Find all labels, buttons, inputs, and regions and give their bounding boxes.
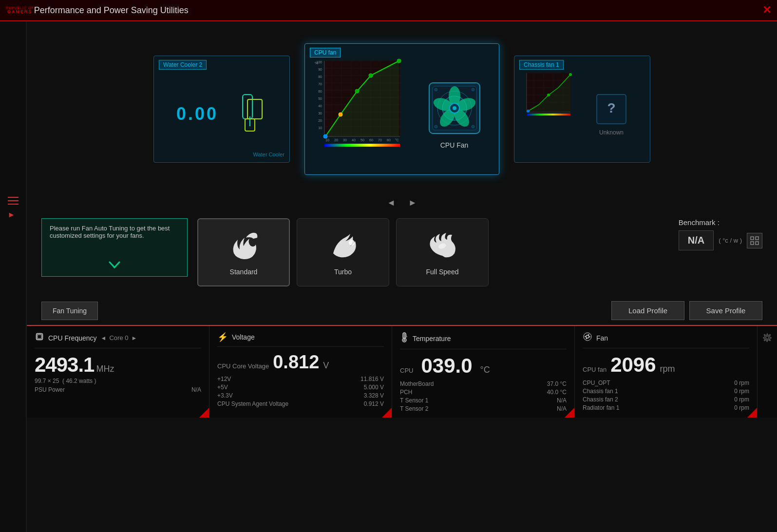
- mode-button-fullspeed[interactable]: Full Speed: [396, 218, 489, 286]
- svg-text:20: 20: [318, 119, 322, 122]
- fan-tune-chevron: [109, 260, 120, 271]
- svg-text:30: 30: [318, 112, 322, 115]
- red-corner-cpu: [199, 408, 209, 418]
- svg-rect-80: [527, 114, 570, 115]
- cpu-fan-speed-row: CPU fan 2096rpm: [583, 353, 749, 377]
- fan-cards-section: Water Cooler 2 0.00 Water Cooler CPU fan: [41, 31, 762, 187]
- core-label: Core 0: [109, 334, 128, 342]
- fan-tuning-button[interactable]: Fan Tuning: [41, 302, 98, 320]
- v33-label: +3.3V: [217, 392, 233, 399]
- cpu-temp-unit: °C: [480, 365, 490, 375]
- svg-text:10: 10: [325, 138, 329, 142]
- v5-value: 5.000 V: [364, 384, 384, 391]
- svg-text:70: 70: [318, 82, 322, 86]
- fan-tune-info: Please run Fan Auto Tuning to get the be…: [41, 218, 188, 277]
- fan-chart-area: 100 90 80 70 60 50 40 30 20 10 10: [312, 58, 410, 170]
- chassis-unknown-label: Unknown: [599, 129, 624, 136]
- svg-text:60: 60: [318, 90, 322, 93]
- psu-label: PSU Power: [35, 386, 65, 393]
- cpu-fan-speed-value: 2096: [610, 353, 656, 377]
- fan-panel: Fan CPU fan 2096rpm CPU_OPT 0 rpm Chassi…: [575, 326, 758, 418]
- cpu-core-unit: V: [323, 361, 329, 371]
- svg-text:60: 60: [369, 138, 373, 142]
- voltage-panel-header: ⚡ Voltage: [217, 332, 384, 347]
- svg-point-60: [453, 106, 456, 110]
- v12-label: +12V: [217, 376, 231, 382]
- chassis-chart-svg: [519, 71, 573, 119]
- fan-panel-icon: [583, 332, 592, 344]
- svg-rect-85: [751, 237, 754, 240]
- svg-point-77: [527, 110, 530, 113]
- svg-text:°C: °C: [395, 138, 399, 142]
- mode-fullspeed-label: Full Speed: [426, 268, 459, 276]
- svg-text:50: 50: [360, 138, 364, 142]
- chassis1-fan-value: 0 rpm: [734, 388, 749, 395]
- svg-rect-49: [324, 144, 400, 147]
- nav-prev-button[interactable]: ◄: [385, 197, 397, 209]
- water-cooler-title: Water Cooler 2: [159, 60, 207, 70]
- water-cooler-card[interactable]: Water Cooler 2 0.00 Water Cooler: [153, 56, 290, 163]
- cpu-frequency-display: 2493.1MHz: [35, 353, 201, 377]
- svg-text:80: 80: [318, 75, 322, 78]
- svg-rect-88: [756, 242, 758, 245]
- cpu-fan-label: CPU Fan: [440, 141, 469, 149]
- temp-panel-header: Temperature: [400, 332, 567, 349]
- svg-text:20: 20: [334, 138, 338, 142]
- mode-button-turbo[interactable]: Turbo: [297, 218, 389, 286]
- gear-icon: [762, 333, 772, 342]
- v5-label: +5V: [217, 384, 228, 391]
- cpu-temp-row: CPU 039.0°C: [400, 354, 567, 378]
- core-selector: ◄ Core 0 ►: [101, 334, 137, 342]
- svg-point-62: [472, 88, 474, 91]
- svg-text:40: 40: [318, 104, 322, 108]
- core-next-arrow[interactable]: ►: [132, 335, 137, 342]
- fan-row-chassis2: Chassis fan 2 0 rpm: [583, 396, 749, 403]
- svg-rect-87: [751, 242, 754, 245]
- svg-point-78: [547, 94, 550, 96]
- cpu-psu-row: PSU Power N/A: [35, 386, 201, 393]
- load-profile-button[interactable]: Load Profile: [611, 301, 684, 320]
- nav-next-button[interactable]: ►: [407, 197, 418, 209]
- benchmark-icon-button[interactable]: [747, 233, 762, 248]
- svg-point-61: [435, 88, 437, 91]
- mb-temp-value: 37.0 °C: [547, 380, 567, 387]
- stats-bar: CPU Frequency ◄ Core 0 ► 2493.1MHz 99.7 …: [27, 325, 777, 418]
- cpu-core-voltage-row: CPU Core Voltage 0.812V: [217, 352, 384, 373]
- mode-selected-icon: [224, 229, 263, 263]
- chassis-fan-card[interactable]: Chassis fan 1: [514, 56, 650, 163]
- mode-buttons: Standard Turbo Full Speed: [197, 218, 669, 286]
- svg-point-111: [766, 336, 769, 339]
- water-cooler-content: 0.00: [154, 56, 289, 162]
- vsa-label: CPU System Agent Voltage: [217, 400, 288, 407]
- cooler-svg: [228, 90, 267, 138]
- sidebar: ►: [0, 21, 27, 532]
- sidebar-lines: [8, 197, 19, 205]
- svg-text:10: 10: [318, 126, 322, 130]
- voltage-row-sa: CPU System Agent Voltage 0.912 V: [217, 400, 384, 407]
- water-cooler-label: Water Cooler: [253, 152, 284, 157]
- save-profile-button[interactable]: Save Profile: [689, 301, 762, 320]
- core-prev-arrow[interactable]: ◄: [101, 335, 107, 342]
- mode-standard-label: Standard: [230, 268, 258, 276]
- cpu-fan-card[interactable]: CPU fan: [304, 43, 499, 175]
- fan-image-area: CPU Fan: [417, 58, 492, 170]
- close-button[interactable]: ✕: [762, 4, 771, 17]
- cpu-temp-value: 039.0: [421, 354, 472, 378]
- mode-fullspeed-icon: [423, 229, 462, 263]
- chassis1-fan-label: Chassis fan 1: [583, 388, 618, 395]
- sidebar-expand-icon[interactable]: ►: [8, 210, 19, 219]
- svg-point-43: [323, 134, 327, 138]
- mode-button-selected[interactable]: Standard: [197, 218, 290, 286]
- fan-icon: [583, 332, 592, 342]
- sidebar-line-1: [8, 197, 19, 198]
- voltage-row-33v: +3.3V 3.328 V: [217, 392, 384, 399]
- chassis-unknown-area: ? Unknown: [578, 71, 645, 157]
- mb-temp-label: MotherBoard: [400, 380, 434, 387]
- fan-row-chassis1: Chassis fan 1 0 rpm: [583, 388, 749, 395]
- ts1-temp-value: N/A: [557, 397, 567, 404]
- svg-text:40: 40: [352, 138, 356, 142]
- settings-gear-icon[interactable]: [762, 333, 772, 345]
- sidebar-line-2: [8, 200, 19, 201]
- chassis-unknown-svg: ?: [594, 92, 628, 126]
- vsa-value: 0.912 V: [364, 400, 384, 407]
